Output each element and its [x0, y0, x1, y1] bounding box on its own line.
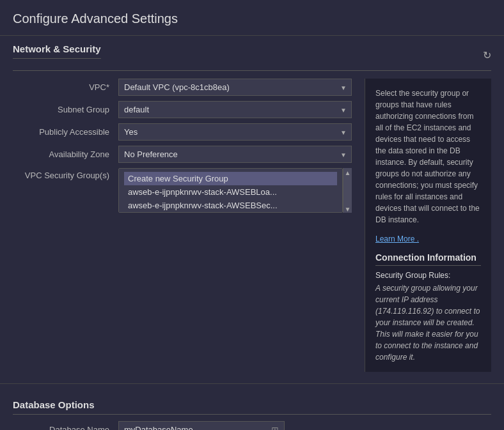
database-options-section: Database Options Database Name ⊞ Note: i… — [0, 392, 504, 430]
network-security-section: Network & Security ↻ VPC* Default VPC (v… — [0, 36, 504, 378]
vpc-label: VPC* — [13, 82, 118, 92]
network-left-panel: VPC* Default VPC (vpc-8c1cb8ea) Subnet G… — [13, 79, 365, 372]
database-name-row: Database Name ⊞ — [13, 421, 491, 430]
publicly-accessible-select-wrapper: Yes No — [118, 123, 352, 141]
vpc-security-groups-wrapper: Create new Security Group awseb-e-ijpnpk… — [118, 168, 352, 213]
network-security-body: VPC* Default VPC (vpc-8c1cb8ea) Subnet G… — [13, 79, 491, 372]
vpc-security-groups-select[interactable]: Create new Security Group awseb-e-ijpnpk… — [118, 168, 343, 213]
sg-rules-title: Security Group Rules: — [375, 271, 481, 280]
sg-rules-text: A security group allowing your current I… — [375, 282, 481, 363]
availability-zone-select-wrapper: No Preference — [118, 146, 352, 163]
availability-zone-row: Availability Zone No Preference — [13, 146, 352, 163]
vpc-select-wrapper: Default VPC (vpc-8c1cb8ea) — [118, 79, 352, 96]
connection-info-title: Connection Information — [375, 252, 481, 266]
availability-zone-label: Availability Zone — [13, 150, 118, 159]
refresh-icon[interactable]: ↻ — [483, 49, 491, 61]
vpc-security-groups-row: VPC Security Group(s) Create new Securit… — [13, 168, 352, 213]
page-title: Configure Advanced Settings — [0, 0, 504, 36]
publicly-accessible-select[interactable]: Yes No — [118, 123, 352, 141]
database-name-input-wrapper: ⊞ — [118, 421, 285, 430]
section-divider — [0, 383, 504, 384]
database-name-input[interactable] — [119, 422, 266, 430]
vpc-control: Default VPC (vpc-8c1cb8ea) — [118, 79, 352, 96]
subnet-group-select[interactable]: default — [118, 101, 352, 118]
vpc-row: VPC* Default VPC (vpc-8c1cb8ea) — [13, 79, 352, 96]
subnet-group-row: Subnet Group default — [13, 101, 352, 118]
availability-zone-control: No Preference — [118, 146, 352, 163]
vpc-security-groups-control: Create new Security Group awseb-e-ijpnpk… — [118, 168, 352, 213]
database-name-label: Database Name — [13, 425, 118, 430]
subnet-group-control: default — [118, 101, 352, 118]
vpc-security-groups-label: VPC Security Group(s) — [13, 171, 118, 180]
publicly-accessible-control: Yes No — [118, 123, 352, 141]
network-right-description: Select the security group or groups that… — [375, 88, 481, 226]
availability-zone-select[interactable]: No Preference — [118, 146, 352, 163]
network-right-panel: Select the security group or groups that… — [365, 79, 491, 372]
database-name-copy-icon: ⊞ — [266, 425, 284, 431]
section-header-network: Network & Security ↻ — [13, 43, 491, 71]
database-options-title: Database Options — [13, 399, 491, 415]
vpc-select[interactable]: Default VPC (vpc-8c1cb8ea) — [118, 79, 352, 96]
subnet-group-label: Subnet Group — [13, 105, 118, 114]
main-container: Configure Advanced Settings Network & Se… — [0, 0, 504, 430]
publicly-accessible-label: Publicly Accessible — [13, 127, 118, 137]
subnet-group-select-wrapper: default — [118, 101, 352, 118]
network-security-title: Network & Security — [13, 43, 101, 59]
database-name-control: ⊞ — [118, 421, 285, 430]
multiselect-scrollbar: ▲ ▼ — [343, 168, 352, 213]
publicly-accessible-row: Publicly Accessible Yes No — [13, 123, 352, 141]
learn-more-link[interactable]: Learn More . — [375, 234, 481, 243]
